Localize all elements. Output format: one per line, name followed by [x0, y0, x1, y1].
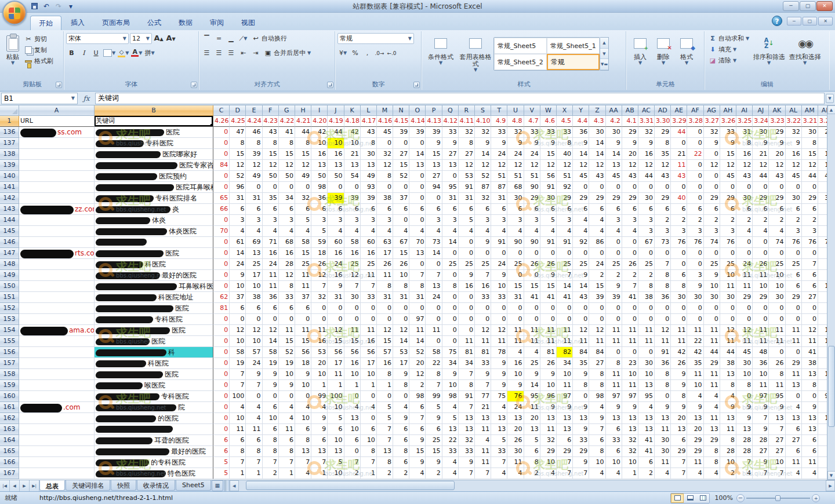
workbook-restore-button[interactable]: ▢: [803, 17, 817, 25]
data-cell[interactable]: 9: [507, 380, 524, 391]
data-cell[interactable]: 38: [246, 292, 262, 303]
ribbon-tab-视图[interactable]: 视图: [233, 16, 263, 30]
data-cell[interactable]: 20: [622, 149, 638, 160]
data-cell[interactable]: 9: [524, 369, 540, 380]
data-cell[interactable]: 11: [507, 336, 524, 347]
data-cell[interactable]: 30: [818, 193, 827, 204]
data-cell[interactable]: 16: [459, 281, 475, 292]
data-cell[interactable]: 45: [720, 171, 736, 182]
data-cell[interactable]: 6: [606, 446, 622, 457]
data-cell[interactable]: 4: [279, 226, 295, 237]
data-cell[interactable]: 8: [573, 380, 589, 391]
data-cell[interactable]: 11: [295, 270, 311, 281]
column-header-AD[interactable]: AD: [655, 105, 671, 116]
data-cell[interactable]: 8: [606, 358, 622, 369]
data-cell[interactable]: 75: [491, 391, 507, 402]
data-cell[interactable]: 12: [524, 160, 540, 171]
data-cell[interactable]: 9: [786, 138, 802, 149]
data-cell[interactable]: 0: [377, 182, 393, 193]
data-cell[interactable]: 13: [638, 413, 655, 424]
data-cell[interactable]: 29: [671, 446, 687, 457]
data-cell[interactable]: 73: [655, 237, 671, 248]
data-cell[interactable]: 3: [524, 215, 540, 226]
data-cell[interactable]: 4: [311, 402, 328, 413]
underline-button[interactable]: U: [90, 48, 101, 59]
data-cell[interactable]: 27: [589, 358, 605, 369]
scroll-right-button[interactable]: ▶: [826, 480, 835, 491]
data-cell[interactable]: 0: [687, 303, 703, 314]
row-header-148[interactable]: 148: [0, 259, 19, 270]
data-cell[interactable]: 0: [459, 237, 475, 248]
data-cell[interactable]: 0: [573, 303, 589, 314]
data-cell[interactable]: 3: [246, 215, 262, 226]
data-cell[interactable]: 25: [507, 259, 524, 270]
data-cell[interactable]: 0: [753, 314, 769, 325]
data-cell[interactable]: 21: [344, 149, 361, 160]
data-cell[interactable]: 15: [295, 336, 311, 347]
date-header-cell[interactable]: 3.28: [687, 116, 703, 127]
data-cell[interactable]: 13: [818, 413, 827, 424]
data-cell[interactable]: 13: [361, 160, 377, 171]
data-cell[interactable]: 4: [589, 402, 605, 413]
data-cell[interactable]: 8: [704, 446, 720, 457]
data-cell[interactable]: 0: [573, 391, 589, 402]
url-cell[interactable]: [19, 292, 95, 303]
data-cell[interactable]: 82: [557, 347, 573, 358]
data-cell[interactable]: 11: [655, 457, 671, 468]
data-cell[interactable]: 2: [606, 270, 622, 281]
data-cell[interactable]: 11: [753, 270, 769, 281]
data-cell[interactable]: 26: [753, 259, 769, 270]
data-cell[interactable]: 11: [361, 270, 377, 281]
data-cell[interactable]: 16: [638, 149, 655, 160]
data-cell[interactable]: 8: [655, 281, 671, 292]
data-cell[interactable]: 26: [622, 259, 638, 270]
data-cell[interactable]: 11: [622, 380, 638, 391]
data-cell[interactable]: 15: [540, 281, 557, 292]
data-cell[interactable]: 11: [687, 369, 703, 380]
data-cell[interactable]: 0: [213, 314, 230, 325]
data-cell[interactable]: 12: [230, 160, 246, 171]
date-header-cell[interactable]: 4.24: [246, 116, 262, 127]
gallery-more-button[interactable]: ▼▬: [600, 59, 608, 70]
data-cell[interactable]: 5: [328, 457, 344, 468]
date-header-cell[interactable]: 3.20: [818, 116, 827, 127]
data-cell[interactable]: 15: [426, 149, 442, 160]
keyword-cell[interactable]: 院: [95, 402, 213, 413]
data-cell[interactable]: 45: [377, 127, 393, 138]
data-cell[interactable]: 12: [557, 160, 573, 171]
data-cell[interactable]: 5: [459, 215, 475, 226]
data-cell[interactable]: 4: [622, 226, 638, 237]
data-cell[interactable]: 0: [769, 248, 785, 259]
data-cell[interactable]: 0: [524, 248, 540, 259]
data-cell[interactable]: 32: [540, 435, 557, 446]
data-cell[interactable]: 0: [524, 270, 540, 281]
date-header-cell[interactable]: 3.21: [802, 116, 818, 127]
data-cell[interactable]: 86: [589, 237, 605, 248]
cell-b1-selected[interactable]: 关键词: [95, 116, 213, 127]
data-cell[interactable]: 34: [557, 358, 573, 369]
data-cell[interactable]: 0: [753, 248, 769, 259]
url-cell[interactable]: [19, 270, 95, 281]
url-cell[interactable]: ama.com: [19, 325, 95, 336]
data-cell[interactable]: 13: [720, 413, 736, 424]
data-cell[interactable]: 38: [377, 193, 393, 204]
column-header-F[interactable]: F: [263, 105, 279, 116]
data-cell[interactable]: 0: [213, 182, 230, 193]
keyword-cell[interactable]: 专科医院: [95, 138, 213, 149]
data-cell[interactable]: 6: [540, 204, 557, 215]
data-cell[interactable]: 2: [736, 215, 753, 226]
data-cell[interactable]: 4: [507, 468, 524, 479]
data-cell[interactable]: 8: [720, 435, 736, 446]
data-cell[interactable]: 11: [704, 336, 720, 347]
column-header-K[interactable]: K: [344, 105, 361, 116]
data-cell[interactable]: 0: [704, 171, 720, 182]
data-cell[interactable]: 11: [246, 424, 262, 435]
data-cell[interactable]: 95: [442, 182, 459, 193]
data-cell[interactable]: 10: [769, 457, 785, 468]
data-cell[interactable]: 12: [377, 325, 393, 336]
data-cell[interactable]: 4: [687, 391, 703, 402]
data-cell[interactable]: 8: [769, 369, 785, 380]
data-cell[interactable]: 13: [377, 446, 393, 457]
data-cell[interactable]: 12: [720, 160, 736, 171]
data-cell[interactable]: 11: [786, 325, 802, 336]
